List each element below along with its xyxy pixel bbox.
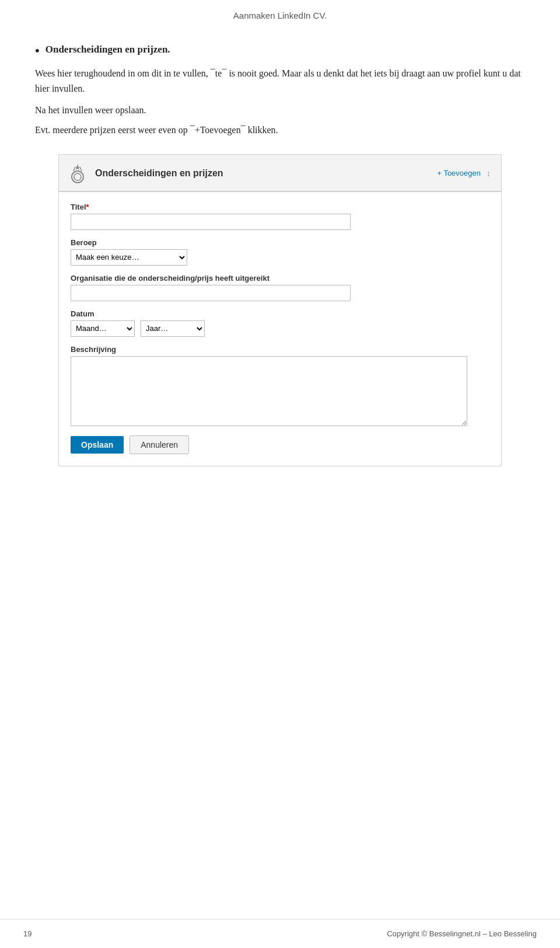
copyright-text: Copyright © Besselingnet.nl – Leo Bessel… <box>387 929 537 938</box>
datum-selects: Maand… Jaar… <box>71 320 489 337</box>
svg-point-1 <box>74 173 81 180</box>
panel-title: Onderscheidingen en prijzen <box>95 168 223 179</box>
organisatie-group: Organisatie die de onderscheiding/prijs … <box>71 274 489 301</box>
beschrijving-label: Beschrijving <box>71 345 489 354</box>
form-actions: Opslaan Annuleren <box>71 435 489 454</box>
page-number: 19 <box>23 929 32 938</box>
bullet-dot: • <box>35 44 40 58</box>
panel-body: Titel* Beroep Maak een keuze… Organisati… <box>59 191 501 466</box>
paragraph2-3: Na het invullen weer opslaan. Evt. meerd… <box>35 103 525 137</box>
beschrijving-textarea[interactable] <box>71 356 467 426</box>
organisatie-label: Organisatie die de onderscheiding/prijs … <box>71 274 489 283</box>
svg-point-0 <box>72 171 83 183</box>
jaar-select[interactable]: Jaar… <box>141 320 205 337</box>
sort-icon[interactable]: ↕ <box>487 169 491 178</box>
page-content: • Onderscheidingen en prijzen. Wees hier… <box>0 26 560 529</box>
annuleren-button[interactable]: Annuleren <box>130 435 189 454</box>
header-title: Aanmaken LinkedIn CV. <box>233 11 327 20</box>
page-footer: 19 Copyright © Besselingnet.nl – Leo Bes… <box>0 919 560 948</box>
medal-icon <box>67 163 88 184</box>
beroep-label: Beroep <box>71 238 489 247</box>
titel-label: Titel* <box>71 203 489 211</box>
svg-marker-2 <box>75 164 80 170</box>
bullet-section: • Onderscheidingen en prijzen. Wees hier… <box>35 44 525 138</box>
titel-input[interactable] <box>71 214 351 230</box>
opslaan-button[interactable]: Opslaan <box>71 436 124 454</box>
svg-line-4 <box>80 167 82 171</box>
panel-header: Onderscheidingen en prijzen + Toevoegen … <box>59 155 501 191</box>
required-star: * <box>86 203 89 211</box>
beschrijving-group: Beschrijving <box>71 345 489 426</box>
svg-line-3 <box>74 167 75 171</box>
bullet-heading: • Onderscheidingen en prijzen. <box>35 44 525 58</box>
beroep-select[interactable]: Maak een keuze… <box>71 249 187 266</box>
panel-header-actions: + Toevoegen ↕ <box>437 169 491 178</box>
beroep-group: Beroep Maak een keuze… <box>71 238 489 266</box>
paragraph1: Wees hier terughoudend in om dit in te v… <box>35 66 525 96</box>
linkedin-panel: Onderscheidingen en prijzen + Toevoegen … <box>58 154 502 466</box>
datum-group: Datum Maand… Jaar… <box>71 309 489 337</box>
datum-label: Datum <box>71 309 489 318</box>
maand-select[interactable]: Maand… <box>71 320 135 337</box>
organisatie-input[interactable] <box>71 285 351 301</box>
toevoegen-button[interactable]: + Toevoegen <box>437 169 481 177</box>
titel-group: Titel* <box>71 203 489 230</box>
panel-header-left: Onderscheidingen en prijzen <box>67 163 223 184</box>
bullet-heading-text: Onderscheidingen en prijzen. <box>46 44 170 55</box>
page-header: Aanmaken LinkedIn CV. <box>0 0 560 26</box>
